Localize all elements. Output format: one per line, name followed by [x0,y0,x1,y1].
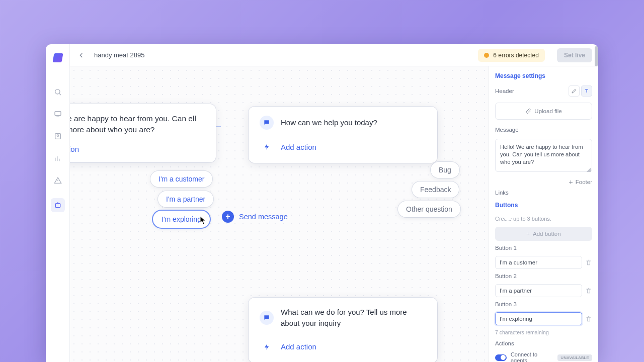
app-logo [52,53,63,62]
delete-button1[interactable] [585,259,592,266]
message-text: How can we help you today? [281,117,377,128]
add-action-link[interactable]: Add action [281,342,316,351]
nav-rail [46,44,70,362]
message-textarea[interactable] [495,139,592,172]
button2-label: Button 2 [495,273,592,279]
back-button[interactable] [76,50,87,61]
plus-icon: + [526,231,530,237]
workflow-title: handy meat 2895 [94,51,144,59]
edit-header-button[interactable] [569,85,580,97]
option-feedback[interactable]: Feedback [412,182,459,198]
action-icon [260,340,274,354]
connect-agents-toggle[interactable] [495,354,507,361]
flow-canvas[interactable]: ! We are happy to hear from you. Can ell… [70,66,489,362]
scrollbar[interactable] [595,46,598,66]
message-label: Message [495,127,592,133]
settings-panel: Message settings Header Upload file Mess… [489,66,598,362]
set-live-button[interactable]: Set live [557,48,592,62]
svg-point-0 [55,89,59,94]
search-icon[interactable] [53,87,62,97]
connect-agents-label: Connect to agents [511,351,553,362]
plus-icon: + [569,178,573,186]
users-icon[interactable] [53,132,62,141]
message-text: What can we do for you? Tell us more abo… [281,307,426,329]
delete-button3[interactable] [585,315,592,322]
errors-pill[interactable]: 6 errors detected [478,49,545,62]
upload-file-button[interactable]: Upload file [495,103,592,120]
message-node-1[interactable]: ! We are happy to hear from you. Can ell… [70,104,216,162]
add-footer-button[interactable]: + Footer [495,178,592,186]
header-label: Header [495,88,514,94]
action-icon [260,140,274,154]
add-button-label: Add button [533,231,561,237]
actions-label: Actions [495,340,592,346]
chart-icon[interactable] [53,154,62,163]
send-message-label: Send message [239,213,288,221]
option-other[interactable]: Other question [398,201,460,217]
option-partner[interactable]: I'm a partner [158,191,213,207]
app-window: handy meat 2895 6 errors detected Set li… [46,44,598,362]
svg-rect-10 [55,204,60,208]
text-header-button[interactable] [581,85,592,97]
message-node-3[interactable]: What can we do for you? Tell us more abo… [249,298,437,362]
errors-label: 6 errors detected [493,52,539,59]
svg-rect-2 [55,112,61,116]
message-icon [260,311,274,325]
add-action-link[interactable]: Add action [281,143,316,151]
unavailable-badge: UNAVAILABLE [557,354,592,361]
button2-input[interactable] [495,284,582,297]
message-icon [260,116,274,130]
svg-line-1 [59,94,61,95]
upload-label: Upload file [534,108,561,114]
option-customer[interactable]: I'm a customer [150,171,212,187]
warning-dot-icon [484,53,489,58]
message-node-2[interactable]: How can we help you today? Add action [249,107,437,163]
cursor-icon [200,216,207,225]
plus-icon: + [222,211,234,223]
delete-button2[interactable] [585,287,592,294]
warning-icon[interactable] [53,176,62,185]
settings-title: Message settings [495,72,592,79]
button3-label: Button 3 [495,301,592,307]
chars-remaining: 7 characters remaining [495,329,592,335]
monitor-icon[interactable] [53,110,62,119]
button3-input[interactable] [495,312,582,325]
footer-label: Footer [576,179,592,185]
add-action-link[interactable]: action [70,145,205,153]
message-text: ! We are happy to hear from you. Can ell… [70,113,205,136]
send-message-attach[interactable]: + Send message [222,211,288,223]
topbar: handy meat 2895 6 errors detected Set li… [70,44,598,66]
svg-point-5 [57,135,58,136]
buttons-label: Buttons [495,202,518,209]
bot-builder-icon[interactable] [51,198,65,212]
add-button-row[interactable]: + Add button [495,227,592,241]
option-bug[interactable]: Bug [431,162,459,178]
button1-label: Button 1 [495,245,592,251]
button1-input[interactable] [495,256,582,269]
links-label: Links [495,190,592,196]
